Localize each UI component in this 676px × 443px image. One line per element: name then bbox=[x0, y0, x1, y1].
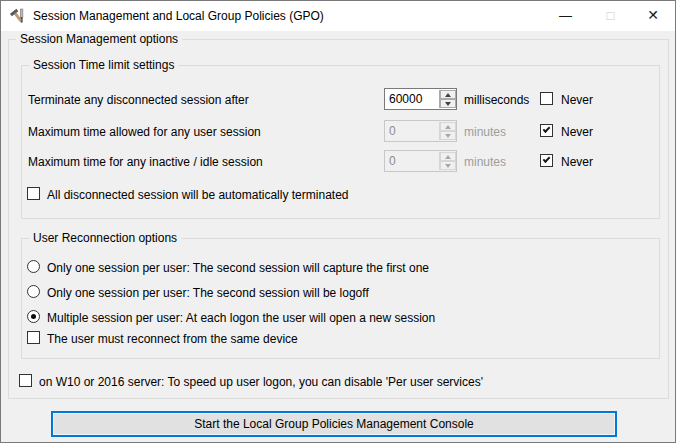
radio-logoff-second-session-label[interactable]: Only one session per user: The second se… bbox=[47, 286, 369, 300]
group-label: Session Time limit settings bbox=[29, 58, 178, 73]
radio-multiple-sessions[interactable] bbox=[27, 310, 40, 323]
max-user-session-spinner: 0 bbox=[384, 120, 457, 142]
spinner-down-icon[interactable] bbox=[440, 99, 456, 108]
group-label: User Reconnection options bbox=[29, 231, 181, 246]
never-checkbox-row2[interactable] bbox=[540, 124, 553, 137]
unit-label: minutes bbox=[464, 125, 506, 139]
maximize-button: □ bbox=[588, 1, 633, 30]
never-checkbox-label[interactable]: Never bbox=[561, 125, 593, 139]
check-icon bbox=[543, 155, 551, 163]
start-gpo-console-button[interactable]: Start the Local Group Policies Managemen… bbox=[51, 411, 617, 437]
per-user-services-checkbox-label[interactable]: on W10 or 2016 server: To speed up user … bbox=[39, 375, 483, 389]
radio-capture-first-session[interactable] bbox=[27, 260, 40, 273]
spinner-value[interactable]: 60000 bbox=[389, 89, 422, 109]
terminate-disconnected-spinner[interactable]: 60000 bbox=[384, 88, 457, 110]
spinner-buttons bbox=[439, 122, 455, 140]
never-checkbox-label[interactable]: Never bbox=[561, 93, 593, 107]
window-title: Session Management and Local Group Polic… bbox=[33, 1, 324, 31]
title-bar: Session Management and Local Group Polic… bbox=[1, 1, 675, 31]
per-user-services-checkbox[interactable] bbox=[19, 374, 32, 387]
radio-logoff-second-session[interactable] bbox=[27, 285, 40, 298]
auto-terminate-checkbox-label[interactable]: All disconnected session will be automat… bbox=[47, 188, 348, 202]
minimize-button[interactable]: — bbox=[543, 1, 588, 30]
radio-capture-first-session-label[interactable]: Only one session per user: The second se… bbox=[47, 261, 429, 275]
never-checkbox-label[interactable]: Never bbox=[561, 155, 593, 169]
radio-dot-icon bbox=[31, 314, 36, 319]
spinner-down-icon bbox=[440, 131, 456, 140]
row-label-terminate-disconnected: Terminate any disconnected session after bbox=[28, 93, 249, 107]
never-checkbox-row1[interactable] bbox=[540, 92, 553, 105]
spinner-down-icon bbox=[440, 161, 456, 170]
spinner-value: 0 bbox=[389, 151, 396, 171]
unit-label: milliseconds bbox=[464, 93, 529, 107]
row-label-max-idle-session: Maximum time for any inactive / idle ses… bbox=[28, 155, 263, 169]
radio-multiple-sessions-label[interactable]: Multiple session per user: At each logon… bbox=[47, 311, 435, 325]
never-checkbox-row3[interactable] bbox=[540, 154, 553, 167]
spinner-value: 0 bbox=[389, 121, 396, 141]
unit-label: minutes bbox=[464, 155, 506, 169]
max-idle-session-spinner: 0 bbox=[384, 150, 457, 172]
tools-icon bbox=[10, 8, 26, 24]
spinner-buttons bbox=[439, 152, 455, 170]
spinner-up-icon bbox=[440, 152, 456, 161]
same-device-checkbox[interactable] bbox=[27, 331, 40, 344]
group-label: Session Management options bbox=[16, 32, 182, 47]
spinner-buttons bbox=[439, 90, 455, 108]
dialog-window: Session Management and Local Group Polic… bbox=[0, 0, 676, 443]
close-button[interactable]: ✕ bbox=[631, 1, 675, 30]
row-label-max-user-session: Maximum time allowed for any user sessio… bbox=[28, 125, 261, 139]
check-icon bbox=[543, 125, 551, 133]
spinner-up-icon bbox=[440, 122, 456, 131]
same-device-checkbox-label[interactable]: The user must reconnect from the same de… bbox=[47, 332, 298, 346]
spinner-up-icon[interactable] bbox=[440, 90, 456, 99]
auto-terminate-checkbox[interactable] bbox=[27, 187, 40, 200]
